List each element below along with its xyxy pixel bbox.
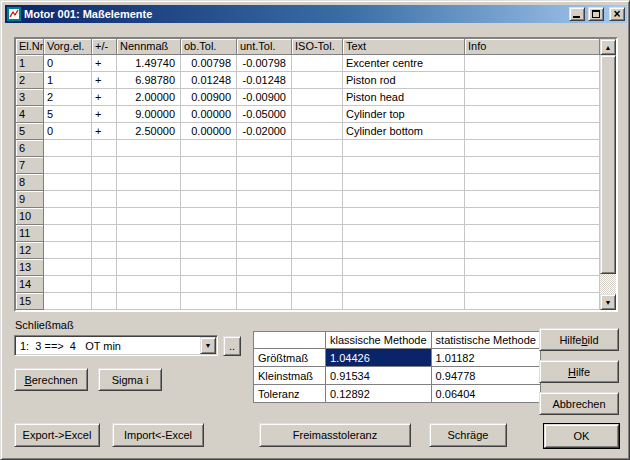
grid-cell-ob[interactable]: 0.01248 <box>181 72 237 89</box>
close-button[interactable]: × <box>609 7 625 21</box>
grid-cell-nenn[interactable]: 2.50000 <box>117 123 181 140</box>
grid-cell-vorg[interactable]: 0 <box>44 55 92 72</box>
row-number[interactable]: 3 <box>16 89 44 106</box>
grid-cell-vorg[interactable] <box>44 208 92 225</box>
grid-cell-pm[interactable]: + <box>92 55 117 72</box>
grid-cell-vorg[interactable] <box>44 225 92 242</box>
grid-cell-vorg[interactable] <box>44 140 92 157</box>
grid-cell-vorg[interactable] <box>44 191 92 208</box>
scroll-up-button[interactable]: ▲ <box>600 39 616 55</box>
import-excel-button[interactable]: Import<-Excel <box>112 423 204 447</box>
grid-cell-text[interactable]: Piston head <box>343 89 465 106</box>
grid-cell-ob[interactable] <box>181 242 237 259</box>
result-value[interactable]: 0.94778 <box>431 367 540 385</box>
hilfebild-button[interactable]: Hilfebild <box>539 328 619 351</box>
grid-cell-ob[interactable]: 0.00798 <box>181 55 237 72</box>
col-header-obtol[interactable]: ob.Tol. <box>181 39 237 55</box>
grid-cell-ob[interactable] <box>181 276 237 293</box>
grid-cell-nenn[interactable] <box>117 208 181 225</box>
grid-cell-ob[interactable] <box>181 259 237 276</box>
grid-cell-vorg[interactable]: 1 <box>44 72 92 89</box>
grid-cell-unt[interactable] <box>237 259 292 276</box>
ok-button[interactable]: OK <box>544 424 619 448</box>
grid-cell-iso[interactable] <box>292 276 343 293</box>
row-number[interactable]: 6 <box>16 140 44 157</box>
col-header-isotol[interactable]: ISO-Tol. <box>292 39 343 55</box>
result-value[interactable]: 0.06404 <box>431 385 540 403</box>
grid-cell-text[interactable]: Excenter centre <box>343 55 465 72</box>
maximize-button[interactable] <box>588 7 604 21</box>
grid-cell-info[interactable] <box>465 72 600 89</box>
vertical-scrollbar[interactable]: ▲ ▼ <box>600 39 616 310</box>
col-header-unttol[interactable]: unt.Tol. <box>237 39 292 55</box>
grid-cell-pm[interactable]: + <box>92 106 117 123</box>
grid-cell-info[interactable] <box>465 293 600 310</box>
grid-cell-vorg[interactable] <box>44 276 92 293</box>
grid-cell-unt[interactable] <box>237 174 292 191</box>
col-header-plusminus[interactable]: +/- <box>92 39 117 55</box>
minimize-button[interactable] <box>569 7 585 21</box>
result-value-selected[interactable]: 1.04426 <box>326 349 432 367</box>
grid-cell-pm[interactable] <box>92 208 117 225</box>
grid-cell-iso[interactable] <box>292 242 343 259</box>
grid-cell-ob[interactable]: 0.00000 <box>181 123 237 140</box>
grid-cell-ob[interactable] <box>181 293 237 310</box>
grid-cell-text[interactable]: Piston rod <box>343 72 465 89</box>
grid-cell-info[interactable] <box>465 157 600 174</box>
grid-cell-ob[interactable] <box>181 208 237 225</box>
grid-cell-info[interactable] <box>465 89 600 106</box>
grid-cell-ob[interactable] <box>181 157 237 174</box>
grid-cell-ob[interactable] <box>181 174 237 191</box>
grid-cell-iso[interactable] <box>292 106 343 123</box>
grid-cell-pm[interactable]: + <box>92 89 117 106</box>
grid-cell-nenn[interactable] <box>117 191 181 208</box>
grid-cell-unt[interactable]: -0.00798 <box>237 55 292 72</box>
grid-cell-pm[interactable] <box>92 174 117 191</box>
grid-cell-nenn[interactable]: 9.00000 <box>117 106 181 123</box>
col-header-elnr[interactable]: El.Nr. <box>16 39 44 55</box>
grid-cell-nenn[interactable]: 1.49740 <box>117 55 181 72</box>
grid-cell-iso[interactable] <box>292 225 343 242</box>
grid-cell-text[interactable] <box>343 259 465 276</box>
export-excel-button[interactable]: Export->Excel <box>14 423 100 447</box>
result-value[interactable]: 0.12892 <box>326 385 432 403</box>
grid-cell-iso[interactable] <box>292 208 343 225</box>
grid-cell-text[interactable] <box>343 208 465 225</box>
grid-cell-unt[interactable] <box>237 140 292 157</box>
grid-cell-iso[interactable] <box>292 191 343 208</box>
grid-cell-info[interactable] <box>465 106 600 123</box>
grid-cell-iso[interactable] <box>292 72 343 89</box>
row-number[interactable]: 1 <box>16 55 44 72</box>
grid-cell-unt[interactable]: -0.02000 <box>237 123 292 140</box>
grid-cell-vorg[interactable] <box>44 259 92 276</box>
row-number[interactable]: 10 <box>16 208 44 225</box>
grid-cell-unt[interactable]: -0.01248 <box>237 72 292 89</box>
grid-cell-info[interactable] <box>465 174 600 191</box>
row-number[interactable]: 14 <box>16 276 44 293</box>
row-number[interactable]: 11 <box>16 225 44 242</box>
grid-cell-text[interactable] <box>343 157 465 174</box>
grid-cell-nenn[interactable] <box>117 259 181 276</box>
grid-cell-info[interactable] <box>465 191 600 208</box>
grid-cell-iso[interactable] <box>292 123 343 140</box>
titlebar[interactable]: Motor 001: Maßelemente × <box>5 5 627 23</box>
grid-cell-pm[interactable] <box>92 225 117 242</box>
sigma-i-button[interactable]: Sigma i <box>98 368 162 391</box>
grid-cell-vorg[interactable]: 0 <box>44 123 92 140</box>
more-options-button[interactable]: .. <box>223 336 241 356</box>
grid-cell-nenn[interactable] <box>117 174 181 191</box>
grid-cell-info[interactable] <box>465 55 600 72</box>
grid-cell-vorg[interactable]: 5 <box>44 106 92 123</box>
col-header-info[interactable]: Info <box>465 39 600 55</box>
grid-cell-iso[interactable] <box>292 89 343 106</box>
hilfe-button[interactable]: Hilfe <box>539 360 619 383</box>
grid-cell-info[interactable] <box>465 259 600 276</box>
result-value[interactable]: 1.01182 <box>431 349 540 367</box>
grid-cell-pm[interactable] <box>92 276 117 293</box>
grid-cell-unt[interactable]: -0.00900 <box>237 89 292 106</box>
grid-cell-pm[interactable] <box>92 140 117 157</box>
result-value[interactable]: 0.91534 <box>326 367 432 385</box>
grid-cell-info[interactable] <box>465 140 600 157</box>
grid-cell-nenn[interactable]: 2.00000 <box>117 89 181 106</box>
row-number[interactable]: 5 <box>16 123 44 140</box>
